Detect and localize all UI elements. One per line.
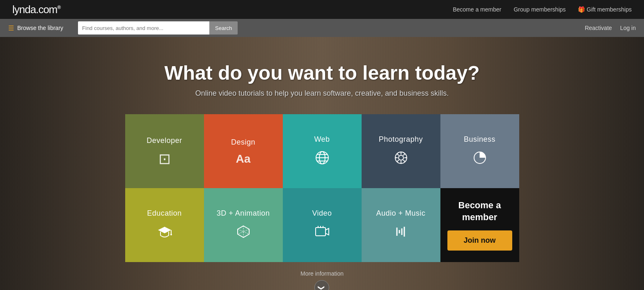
svg-point-6 — [399, 155, 403, 160]
group-memberships-link[interactable]: Group memberships — [513, 6, 566, 13]
hero-section: What do you want to learn today? Online … — [0, 37, 644, 290]
login-link[interactable]: Log in — [620, 25, 636, 31]
browse-label: Browse the library — [17, 25, 63, 31]
category-photography[interactable]: Photography — [362, 114, 440, 188]
photography-label: Photography — [379, 135, 423, 144]
business-label: Business — [464, 135, 495, 144]
svg-rect-19 — [316, 228, 325, 236]
category-web[interactable]: Web — [283, 114, 362, 188]
video-icon — [315, 224, 330, 242]
svg-line-13 — [403, 154, 405, 156]
hero-title: What do you want to learn today? — [165, 62, 480, 84]
design-icon: Aa — [236, 153, 251, 165]
search-form: Search — [78, 21, 238, 35]
web-label: Web — [314, 135, 330, 144]
reactivate-link[interactable]: Reactivate — [585, 25, 612, 31]
search-bar: ☰ Browse the library Search Reactivate L… — [0, 19, 644, 37]
more-info-label: More information — [300, 270, 344, 277]
svg-line-12 — [403, 160, 405, 162]
svg-line-14 — [397, 160, 399, 162]
education-icon — [157, 224, 172, 242]
more-info: More information ❯ — [300, 270, 344, 290]
svg-line-11 — [397, 154, 399, 156]
category-grid: Developer ⊡ Design Aa Web Photography — [125, 114, 519, 262]
auth-links: Reactivate Log in — [585, 25, 636, 31]
hero-text: What do you want to learn today? Online … — [165, 37, 480, 98]
audio-music-label: Audio + Music — [376, 209, 425, 218]
gift-icon: 🎁 — [578, 6, 585, 13]
category-education[interactable]: Education — [125, 188, 204, 262]
logo[interactable]: lynda.com® — [12, 3, 60, 16]
web-icon — [315, 150, 330, 168]
search-bar-left: ☰ Browse the library Search — [8, 21, 238, 35]
category-developer[interactable]: Developer ⊡ — [125, 114, 204, 188]
become-member-link[interactable]: Become a member — [453, 6, 501, 13]
design-label: Design — [231, 138, 255, 147]
category-audio-music[interactable]: Audio + Music — [362, 188, 440, 262]
top-nav-links: Become a member Group memberships 🎁Gift … — [453, 6, 632, 13]
photography-icon — [394, 150, 408, 168]
gift-memberships-link[interactable]: 🎁Gift memberships — [578, 6, 632, 13]
svg-point-18 — [170, 234, 172, 235]
logo-tld: .com — [36, 3, 57, 16]
search-input[interactable] — [78, 21, 209, 35]
3d-animation-label: 3D + Animation — [217, 209, 270, 218]
browse-library-button[interactable]: ☰ Browse the library — [8, 24, 63, 32]
category-video[interactable]: Video — [283, 188, 362, 262]
education-label: Education — [147, 209, 182, 218]
logo-name: lynda — [12, 3, 36, 16]
browse-icon: ☰ — [8, 24, 14, 32]
join-now-button[interactable]: Join now — [447, 230, 512, 251]
category-business[interactable]: Business — [440, 114, 519, 188]
category-3d-animation[interactable]: 3D + Animation — [204, 188, 283, 262]
more-info-button[interactable]: ❯ — [314, 280, 329, 290]
audio-music-icon — [394, 224, 408, 242]
developer-icon: ⊡ — [158, 152, 171, 166]
hero-subtitle: Online video tutorials to help you learn… — [165, 89, 480, 98]
search-button[interactable]: Search — [209, 21, 238, 35]
become-member-cta[interactable]: Become a member Join now — [440, 188, 519, 262]
video-label: Video — [312, 209, 332, 218]
category-design[interactable]: Design Aa — [204, 114, 283, 188]
3d-animation-icon — [236, 224, 251, 242]
top-navigation: lynda.com® Become a member Group members… — [0, 0, 644, 19]
member-cta-heading: Become a member — [447, 200, 513, 223]
business-icon — [472, 150, 487, 168]
developer-label: Developer — [147, 136, 182, 145]
logo-trademark: ® — [57, 5, 61, 10]
